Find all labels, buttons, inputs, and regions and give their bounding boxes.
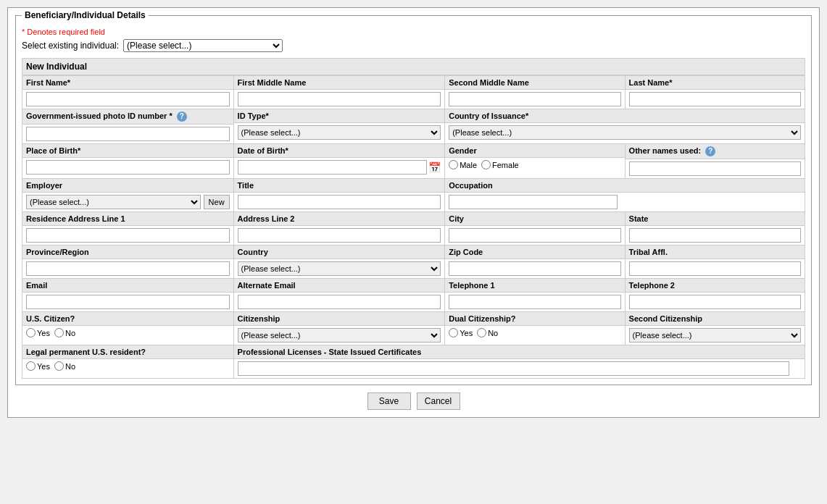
second-citizenship-input-wrap: (Please select...) — [626, 326, 805, 345]
country-cell: Country (Please select...) — [233, 245, 445, 279]
zip-input[interactable] — [449, 261, 620, 276]
legal-yes-radio[interactable] — [26, 361, 36, 371]
employer-label: Employer — [22, 179, 233, 193]
select-existing-dropdown[interactable]: (Please select...) — [123, 39, 283, 52]
citizenship-row: U.S. Citizen? Yes No Citizenship — [22, 312, 805, 345]
employer-select[interactable]: (Please select...) — [26, 195, 201, 209]
prof-licenses-cell: Professional Licenses - State Issued Cer… — [233, 345, 805, 379]
tribal-cell: Tribal Affl. — [625, 245, 805, 279]
gov-id-input-wrap — [22, 125, 233, 143]
prof-licenses-input-wrap — [234, 359, 805, 378]
prof-licenses-input[interactable] — [238, 361, 790, 376]
gender-female-label[interactable]: Female — [481, 160, 519, 169]
email-cell: Email — [22, 279, 234, 312]
telephone2-label: Telephone 2 — [626, 279, 805, 293]
legal-permanent-cell: Legal permanent U.S. resident? Yes No — [22, 345, 234, 379]
title-input[interactable] — [238, 195, 441, 209]
occupation-input[interactable] — [449, 195, 618, 209]
residence-address-input-wrap — [22, 226, 233, 245]
id-type-select[interactable]: (Please select...) — [238, 125, 441, 140]
city-input[interactable] — [449, 228, 620, 243]
citizenship-label: Citizenship — [234, 312, 445, 326]
email-row: Email Alternate Email Telephone 1 — [22, 279, 805, 312]
occupation-label: Occupation — [445, 179, 805, 193]
province-row: Province/Region Country (Please select..… — [22, 245, 805, 279]
us-citizen-yes-radio[interactable] — [26, 328, 36, 337]
form-grid: First Name* First Middle Name Second Mid… — [22, 75, 805, 379]
second-citizenship-label: Second Citizenship — [626, 312, 805, 326]
gender-label: Gender — [445, 144, 624, 158]
dual-citizenship-radio-group: Yes No — [445, 326, 624, 340]
state-cell: State — [625, 212, 805, 245]
place-birth-label: Place of Birth* — [22, 144, 233, 158]
title-input-wrap — [234, 193, 445, 211]
tribal-input-wrap — [626, 259, 805, 278]
country-select[interactable]: (Please select...) — [238, 261, 441, 276]
country-issuance-select[interactable]: (Please select...) — [449, 125, 801, 140]
select-existing-label: Select existing individual: — [22, 41, 119, 51]
legal-no-radio[interactable] — [54, 361, 64, 371]
gov-id-row: Government-issued photo ID number * ? ID… — [22, 109, 805, 144]
gender-male-label[interactable]: Male — [449, 160, 477, 169]
legal-yes-label[interactable]: Yes — [26, 361, 50, 371]
zip-input-wrap — [445, 259, 624, 278]
dual-no-radio[interactable] — [477, 328, 486, 337]
date-birth-input[interactable] — [238, 160, 428, 175]
name-row: First Name* First Middle Name Second Mid… — [22, 76, 805, 109]
dual-yes-radio[interactable] — [449, 328, 458, 337]
employer-new-button[interactable]: New — [204, 195, 230, 209]
second-citizenship-cell: Second Citizenship (Please select...) — [625, 312, 805, 345]
alt-email-input[interactable] — [238, 295, 441, 309]
state-label: State — [626, 212, 805, 226]
city-label: City — [445, 212, 624, 226]
telephone2-input-wrap — [626, 293, 805, 311]
gov-id-help-icon[interactable]: ? — [177, 112, 187, 122]
state-input[interactable] — [629, 228, 801, 243]
telephone1-input[interactable] — [449, 295, 620, 309]
citizenship-input-wrap: (Please select...) — [234, 326, 445, 345]
tribal-input[interactable] — [629, 261, 801, 276]
save-button[interactable]: Save — [367, 392, 411, 410]
second-middle-name-input[interactable] — [449, 92, 620, 106]
us-citizen-no-radio[interactable] — [54, 328, 64, 337]
gender-female-radio[interactable] — [481, 160, 491, 169]
alt-email-cell: Alternate Email — [233, 279, 445, 312]
first-middle-name-input[interactable] — [238, 92, 441, 106]
other-names-input[interactable] — [629, 161, 801, 176]
us-citizen-yes-label[interactable]: Yes — [26, 328, 50, 337]
us-citizen-no-label[interactable]: No — [54, 328, 75, 337]
gender-male-radio[interactable] — [449, 160, 458, 169]
legal-no-label[interactable]: No — [54, 361, 75, 371]
telephone2-input[interactable] — [629, 295, 801, 309]
cancel-button[interactable]: Cancel — [417, 392, 460, 410]
province-input[interactable] — [26, 261, 230, 276]
title-cell: Title — [233, 179, 445, 212]
citizenship-cell: Citizenship (Please select...) — [233, 312, 445, 345]
city-cell: City — [445, 212, 625, 245]
dual-yes-label[interactable]: Yes — [449, 328, 473, 337]
citizenship-select[interactable]: (Please select...) — [238, 328, 441, 343]
address-line2-input[interactable] — [238, 228, 441, 243]
state-input-wrap — [626, 226, 805, 245]
first-name-input[interactable] — [26, 92, 230, 106]
other-names-help-icon[interactable]: ? — [705, 146, 715, 156]
birth-row: Place of Birth* Date of Birth* 📅 — [22, 144, 805, 179]
province-input-wrap — [22, 259, 233, 278]
email-input[interactable] — [26, 295, 230, 309]
first-name-label: First Name* — [22, 76, 233, 90]
calendar-icon[interactable]: 📅 — [428, 161, 441, 173]
us-citizen-label: U.S. Citizen? — [22, 312, 233, 326]
occupation-cell: Occupation — [445, 179, 805, 212]
employer-cell: Employer (Please select...) New — [22, 179, 234, 212]
dual-no-label[interactable]: No — [477, 328, 498, 337]
second-middle-name-input-wrap — [445, 90, 624, 109]
place-birth-input[interactable] — [26, 160, 230, 175]
gov-id-input[interactable] — [26, 127, 230, 141]
second-citizenship-select[interactable]: (Please select...) — [629, 328, 801, 343]
section-title: Beneficiary/Individual Details — [22, 10, 149, 20]
residence-address-input[interactable] — [26, 228, 230, 243]
email-label: Email — [22, 279, 233, 293]
select-existing-row: Select existing individual: (Please sele… — [22, 39, 805, 52]
last-name-input[interactable] — [629, 92, 801, 106]
first-middle-name-label: First Middle Name — [234, 76, 445, 90]
